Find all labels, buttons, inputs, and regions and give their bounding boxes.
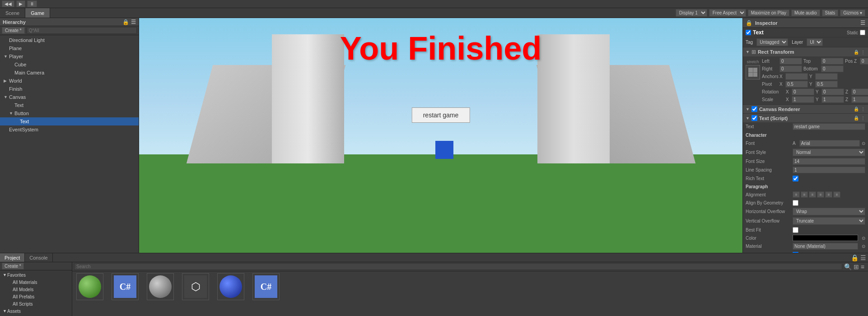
align-left-button[interactable]: ≡ <box>793 191 800 198</box>
posz-field[interactable] <box>860 58 868 65</box>
list-icon[interactable]: ≡ <box>861 263 864 270</box>
filter-icon[interactable]: ⊞ <box>854 263 859 270</box>
inspector-lock-icon[interactable]: 🔒 <box>746 20 752 26</box>
vertical-overflow-select[interactable]: Truncate <box>793 217 865 225</box>
rot-y-field[interactable] <box>821 88 844 95</box>
project-search-input[interactable] <box>74 263 842 270</box>
text-value-input[interactable] <box>793 123 865 130</box>
tag-select[interactable]: Untagged <box>756 38 788 46</box>
hierarchy-search-input[interactable] <box>27 27 137 34</box>
right-field[interactable] <box>779 65 802 72</box>
color-edit-icon[interactable]: ⊙ <box>862 236 865 241</box>
search-icon[interactable]: 🔍 <box>844 263 852 270</box>
inspector-menu-icon[interactable]: ☰ <box>860 20 865 26</box>
color-swatch[interactable] <box>793 235 858 241</box>
hier-button[interactable]: ▼ Button <box>0 109 139 117</box>
bottom-lock-icon[interactable]: 🔒 <box>851 254 859 261</box>
hier-world[interactable]: ▶ World <box>0 77 139 85</box>
asset-item-unity[interactable]: ⬡ <box>180 273 211 301</box>
stats-button[interactable]: Stats <box>822 9 839 16</box>
bottom-menu-icon[interactable]: ☰ <box>860 254 866 261</box>
material-select-icon[interactable]: ⊙ <box>862 244 865 249</box>
gizmos-button[interactable]: Gizmos ▾ <box>840 9 865 16</box>
tab-game[interactable]: Game <box>25 8 50 18</box>
hier-plane[interactable]: Plane <box>0 44 139 52</box>
canvas-renderer-menu-icon[interactable]: ⋮ <box>861 107 865 112</box>
anchor-visual[interactable] <box>746 65 760 79</box>
rot-x-field[interactable] <box>792 88 814 95</box>
rect-transform-lock-icon[interactable]: 🔒 <box>854 50 859 55</box>
project-create-button[interactable]: Create * <box>2 263 24 270</box>
undo-button[interactable]: ◀◀ <box>2 0 14 7</box>
bottom-field[interactable] <box>821 65 844 72</box>
horizontal-overflow-select[interactable]: Wrap <box>793 208 865 215</box>
ptree-all-models[interactable]: All Models <box>1 286 71 293</box>
canvas-renderer-enable[interactable] <box>751 106 757 112</box>
text-script-enable[interactable] <box>751 115 757 121</box>
hier-event-system[interactable]: EventSystem <box>0 125 139 134</box>
asset-item-blue-sphere[interactable] <box>215 273 247 301</box>
asset-item-green-sphere[interactable] <box>74 273 106 301</box>
scale-z-field[interactable] <box>851 96 868 103</box>
ptree-favorites[interactable]: ▼ Favorites <box>1 271 71 279</box>
left-field[interactable] <box>779 58 802 65</box>
maximize-on-play-button[interactable]: Maximize on Play <box>748 9 789 16</box>
scale-y-field[interactable] <box>821 96 844 103</box>
ptree-all-materials[interactable]: All Materials <box>1 279 71 286</box>
rect-transform-header[interactable]: ▼ ⊞ Rect Transform 🔒 ⋮ <box>743 47 868 56</box>
hierarchy-menu-icon[interactable]: ☰ <box>131 19 136 25</box>
anchor-x-field[interactable] <box>785 73 808 80</box>
best-fit-checkbox[interactable] <box>793 227 798 233</box>
pivot-y-field[interactable] <box>815 81 838 88</box>
line-spacing-field[interactable] <box>793 167 865 173</box>
align-middle-button[interactable]: ≡ <box>825 191 832 198</box>
rich-text-checkbox[interactable] <box>793 176 798 181</box>
ptree-assets[interactable]: ▼ Assets <box>1 307 71 315</box>
ptree-all-scripts[interactable]: All Scripts <box>1 300 71 307</box>
display-select[interactable]: Display 1 <box>676 9 707 17</box>
align-bottom-button[interactable]: ≡ <box>833 191 840 198</box>
text-script-lock-icon[interactable]: 🔒 <box>854 116 859 121</box>
asset-item-cs2[interactable]: C# <box>250 273 282 301</box>
object-active-checkbox[interactable] <box>746 30 751 35</box>
canvas-renderer-lock-icon[interactable]: 🔒 <box>854 107 859 112</box>
font-select-icon[interactable]: ⊙ <box>862 141 865 146</box>
hier-finish[interactable]: Finish <box>0 85 139 93</box>
restart-game-button[interactable]: restart game <box>412 107 470 123</box>
anchor-y-field[interactable] <box>815 73 838 80</box>
rot-z-field[interactable] <box>851 88 868 95</box>
mute-audio-button[interactable]: Mute audio <box>791 9 820 16</box>
hier-text-button[interactable]: Text <box>0 117 139 125</box>
hier-text-canvas[interactable]: Text <box>0 101 139 109</box>
aspect-select[interactable]: Free Aspect <box>709 9 746 17</box>
scale-x-field[interactable] <box>792 96 814 103</box>
layer-select[interactable]: UI <box>807 38 823 46</box>
font-size-field[interactable] <box>793 158 865 165</box>
asset-item-grey-sphere[interactable] <box>145 273 176 301</box>
pivot-x-field[interactable] <box>785 81 808 88</box>
canvas-renderer-header[interactable]: ▼ Canvas Renderer 🔒 ⋮ <box>743 105 868 113</box>
tab-scene[interactable]: Scene <box>0 8 25 18</box>
top-field[interactable] <box>821 58 844 65</box>
hierarchy-lock-icon[interactable]: 🔒 <box>122 19 129 25</box>
align-center-button[interactable]: ≡ <box>801 191 808 198</box>
play-button[interactable]: ▶ <box>16 0 25 7</box>
tab-project[interactable]: Project <box>0 253 25 262</box>
tab-console[interactable]: Console <box>25 253 52 262</box>
font-style-select[interactable]: Normal <box>793 149 865 156</box>
pause-button[interactable]: ⏸ <box>27 0 37 7</box>
align-top-button[interactable]: ≡ <box>817 191 824 198</box>
ptree-all-prefabs[interactable]: All Prefabs <box>1 293 71 300</box>
text-script-header[interactable]: ▼ Text (Script) 🔒 ⋮ <box>743 114 868 122</box>
rect-transform-menu-icon[interactable]: ⋮ <box>861 50 865 55</box>
align-right-button[interactable]: ≡ <box>809 191 816 198</box>
static-checkbox[interactable] <box>860 30 865 35</box>
hier-cube[interactable]: Cube <box>0 60 139 69</box>
hierarchy-create-button[interactable]: Create * <box>2 27 25 34</box>
hier-directional-light[interactable]: Directional Light <box>0 36 139 44</box>
hier-main-camera[interactable]: Main Camera <box>0 69 139 77</box>
hier-player[interactable]: ▼ Player <box>0 52 139 60</box>
align-by-geometry-checkbox[interactable] <box>793 200 798 206</box>
asset-item-cs1[interactable]: C# <box>109 273 141 301</box>
text-script-menu-icon[interactable]: ⋮ <box>861 116 865 121</box>
